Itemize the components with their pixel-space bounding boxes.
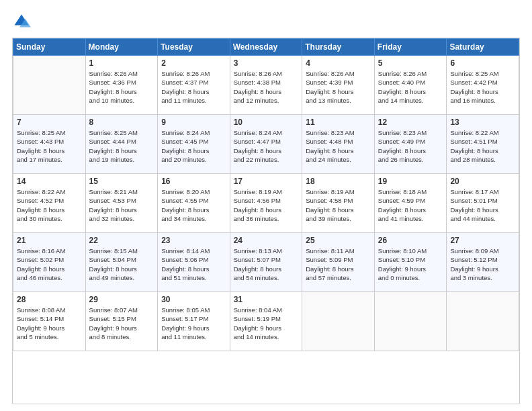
calendar-cell: 15Sunrise: 8:21 AM Sunset: 4:53 PM Dayli… [85, 174, 158, 233]
day-number: 25 [306, 236, 371, 245]
day-info: Sunrise: 8:17 AM Sunset: 5:01 PM Dayligh… [450, 187, 515, 223]
day-number: 6 [450, 58, 515, 68]
calendar-cell: 26Sunrise: 8:10 AM Sunset: 5:10 PM Dayli… [374, 233, 447, 292]
day-info: Sunrise: 8:22 AM Sunset: 4:51 PM Dayligh… [450, 128, 515, 164]
day-number: 8 [89, 118, 154, 127]
day-number: 12 [378, 118, 443, 127]
calendar-cell: 22Sunrise: 8:15 AM Sunset: 5:04 PM Dayli… [85, 233, 158, 292]
day-info: Sunrise: 8:25 AM Sunset: 4:43 PM Dayligh… [17, 128, 82, 164]
calendar-cell: 1Sunrise: 8:26 AM Sunset: 4:36 PM Daylig… [85, 56, 158, 115]
calendar-cell: 3Sunrise: 8:26 AM Sunset: 4:38 PM Daylig… [230, 56, 302, 115]
day-number: 29 [89, 295, 154, 304]
day-number: 17 [234, 177, 299, 186]
calendar-cell [447, 292, 519, 351]
calendar-cell: 6Sunrise: 8:25 AM Sunset: 4:42 PM Daylig… [447, 56, 519, 115]
day-number: 21 [17, 236, 82, 245]
day-number: 27 [450, 236, 515, 245]
calendar-cell: 27Sunrise: 8:09 AM Sunset: 5:12 PM Dayli… [447, 233, 519, 292]
day-info: Sunrise: 8:26 AM Sunset: 4:39 PM Dayligh… [306, 69, 371, 105]
calendar-body: 1Sunrise: 8:26 AM Sunset: 4:36 PM Daylig… [13, 56, 519, 351]
calendar-cell: 29Sunrise: 8:07 AM Sunset: 5:15 PM Dayli… [85, 292, 158, 351]
calendar-week-row: 21Sunrise: 8:16 AM Sunset: 5:02 PM Dayli… [13, 233, 519, 292]
day-info: Sunrise: 8:04 AM Sunset: 5:19 PM Dayligh… [234, 306, 299, 341]
calendar-cell [374, 292, 447, 351]
day-of-week-header: Thursday [302, 39, 375, 56]
calendar-cell: 8Sunrise: 8:25 AM Sunset: 4:44 PM Daylig… [85, 115, 158, 174]
calendar-cell: 14Sunrise: 8:22 AM Sunset: 4:52 PM Dayli… [13, 174, 86, 233]
calendar-cell: 18Sunrise: 8:19 AM Sunset: 4:58 PM Dayli… [302, 174, 375, 233]
day-number: 3 [234, 58, 299, 68]
calendar-cell: 31Sunrise: 8:04 AM Sunset: 5:19 PM Dayli… [230, 292, 302, 351]
day-of-week-header: Saturday [447, 39, 519, 56]
day-number: 28 [17, 295, 82, 304]
day-number: 20 [450, 177, 515, 186]
day-number: 16 [161, 177, 226, 186]
calendar-cell: 13Sunrise: 8:22 AM Sunset: 4:51 PM Dayli… [447, 115, 519, 174]
day-info: Sunrise: 8:25 AM Sunset: 4:42 PM Dayligh… [450, 69, 515, 105]
calendar-cell: 17Sunrise: 8:19 AM Sunset: 4:56 PM Dayli… [230, 174, 302, 233]
page: SundayMondayTuesdayWednesdayThursdayFrid… [0, 0, 532, 411]
day-number: 31 [234, 295, 299, 304]
day-info: Sunrise: 8:19 AM Sunset: 4:58 PM Dayligh… [306, 187, 371, 223]
header [12, 12, 520, 31]
calendar-cell: 20Sunrise: 8:17 AM Sunset: 5:01 PM Dayli… [447, 174, 519, 233]
day-number: 2 [161, 58, 226, 68]
day-number: 11 [306, 118, 371, 127]
day-info: Sunrise: 8:11 AM Sunset: 5:09 PM Dayligh… [306, 246, 371, 282]
day-number: 26 [378, 236, 443, 245]
day-number: 5 [378, 58, 443, 68]
day-info: Sunrise: 8:18 AM Sunset: 4:59 PM Dayligh… [378, 187, 443, 223]
day-info: Sunrise: 8:10 AM Sunset: 5:10 PM Dayligh… [378, 246, 443, 282]
calendar-week-row: 28Sunrise: 8:08 AM Sunset: 5:14 PM Dayli… [13, 292, 519, 351]
day-info: Sunrise: 8:26 AM Sunset: 4:38 PM Dayligh… [234, 69, 299, 105]
day-info: Sunrise: 8:09 AM Sunset: 5:12 PM Dayligh… [450, 246, 515, 282]
day-of-week-header: Monday [85, 39, 158, 56]
day-info: Sunrise: 8:25 AM Sunset: 4:44 PM Dayligh… [89, 128, 154, 164]
day-number: 23 [161, 236, 226, 245]
logo-icon [12, 12, 31, 31]
day-info: Sunrise: 8:26 AM Sunset: 4:36 PM Dayligh… [89, 69, 154, 105]
calendar-week-row: 1Sunrise: 8:26 AM Sunset: 4:36 PM Daylig… [13, 56, 519, 115]
day-number: 22 [89, 236, 154, 245]
day-info: Sunrise: 8:16 AM Sunset: 5:02 PM Dayligh… [17, 246, 82, 282]
calendar-cell: 23Sunrise: 8:14 AM Sunset: 5:06 PM Dayli… [158, 233, 230, 292]
calendar-cell: 11Sunrise: 8:23 AM Sunset: 4:48 PM Dayli… [302, 115, 375, 174]
calendar-cell: 21Sunrise: 8:16 AM Sunset: 5:02 PM Dayli… [13, 233, 86, 292]
calendar-header: SundayMondayTuesdayWednesdayThursdayFrid… [13, 39, 519, 56]
calendar-table: SundayMondayTuesdayWednesdayThursdayFrid… [13, 38, 519, 351]
day-info: Sunrise: 8:08 AM Sunset: 5:14 PM Dayligh… [17, 306, 82, 341]
day-info: Sunrise: 8:15 AM Sunset: 5:04 PM Dayligh… [89, 246, 154, 282]
day-info: Sunrise: 8:23 AM Sunset: 4:48 PM Dayligh… [306, 128, 371, 164]
day-info: Sunrise: 8:22 AM Sunset: 4:52 PM Dayligh… [17, 187, 82, 223]
day-info: Sunrise: 8:23 AM Sunset: 4:49 PM Dayligh… [378, 128, 443, 164]
calendar: SundayMondayTuesdayWednesdayThursdayFrid… [12, 38, 520, 404]
logo [12, 12, 34, 31]
calendar-cell: 25Sunrise: 8:11 AM Sunset: 5:09 PM Dayli… [302, 233, 375, 292]
day-number: 18 [306, 177, 371, 186]
calendar-cell: 12Sunrise: 8:23 AM Sunset: 4:49 PM Dayli… [374, 115, 447, 174]
calendar-cell [302, 292, 375, 351]
day-number: 10 [234, 118, 299, 127]
calendar-cell: 16Sunrise: 8:20 AM Sunset: 4:55 PM Dayli… [158, 174, 230, 233]
day-info: Sunrise: 8:07 AM Sunset: 5:15 PM Dayligh… [89, 306, 154, 341]
days-of-week-row: SundayMondayTuesdayWednesdayThursdayFrid… [13, 39, 519, 56]
day-number: 1 [89, 58, 154, 68]
day-number: 14 [17, 177, 82, 186]
day-of-week-header: Friday [374, 39, 447, 56]
day-of-week-header: Sunday [13, 39, 86, 56]
day-info: Sunrise: 8:26 AM Sunset: 4:40 PM Dayligh… [378, 69, 443, 105]
calendar-cell: 24Sunrise: 8:13 AM Sunset: 5:07 PM Dayli… [230, 233, 302, 292]
day-number: 7 [17, 118, 82, 127]
calendar-cell: 5Sunrise: 8:26 AM Sunset: 4:40 PM Daylig… [374, 56, 447, 115]
calendar-cell: 28Sunrise: 8:08 AM Sunset: 5:14 PM Dayli… [13, 292, 86, 351]
day-info: Sunrise: 8:14 AM Sunset: 5:06 PM Dayligh… [161, 246, 226, 282]
calendar-cell: 30Sunrise: 8:05 AM Sunset: 5:17 PM Dayli… [158, 292, 230, 351]
calendar-cell: 9Sunrise: 8:24 AM Sunset: 4:45 PM Daylig… [158, 115, 230, 174]
day-number: 30 [161, 295, 226, 304]
day-number: 24 [234, 236, 299, 245]
day-info: Sunrise: 8:21 AM Sunset: 4:53 PM Dayligh… [89, 187, 154, 223]
day-number: 9 [161, 118, 226, 127]
day-number: 13 [450, 118, 515, 127]
day-info: Sunrise: 8:24 AM Sunset: 4:45 PM Dayligh… [161, 128, 226, 164]
calendar-cell: 10Sunrise: 8:24 AM Sunset: 4:47 PM Dayli… [230, 115, 302, 174]
